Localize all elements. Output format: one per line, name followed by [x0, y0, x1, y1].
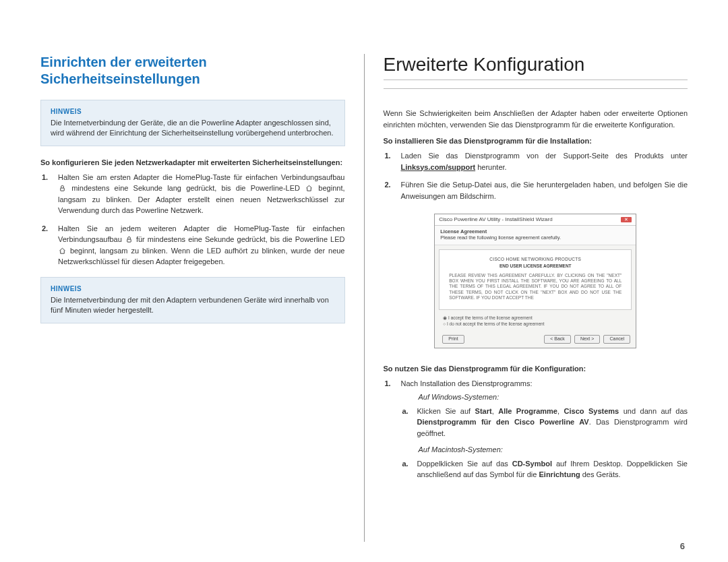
win-substep-a: a. Klicken Sie auf Start, Alle Programme… — [401, 406, 688, 439]
column-divider — [364, 54, 365, 542]
right-column: Erweiterte Konfiguration Wenn Sie Schwie… — [384, 54, 688, 542]
install-step-2: 2. Führen Sie die Setup-Datei aus, die S… — [384, 179, 688, 201]
window-title: Cisco Powerline AV Utility - InstallShie… — [439, 216, 552, 223]
intro-text: Wenn Sie Schwierigkeiten beim Anschließe… — [384, 108, 688, 130]
lock-icon — [59, 185, 66, 192]
mac-substep-a: a. Doppelklicken Sie auf das CD-Symbol a… — [401, 458, 688, 480]
install-step-1: 1. Laden Sie das Dienstprogramm von der … — [384, 150, 688, 173]
config-lead: So konfigurieren Sie jeden Netzwerkadapt… — [40, 158, 345, 166]
close-icon: ✕ — [621, 217, 632, 222]
house-icon — [305, 185, 313, 192]
use-steps: 1. Nach Installation des Dienstprogramms… — [384, 378, 688, 480]
install-steps: 1. Laden Sie das Dienstprogramm von der … — [384, 150, 688, 201]
note-box-2: HINWEIS Die Internetverbindung der mit d… — [40, 277, 345, 323]
note-box-1: HINWEIS Die Internetverbindung der Gerät… — [40, 100, 345, 146]
support-link[interactable]: Linksys.com/support — [401, 163, 476, 171]
eula-heading-2: END USER LICENSE AGREEMENT — [449, 263, 621, 269]
note-body: Die Internetverbindung der mit den Adapt… — [51, 295, 335, 316]
section-rule — [384, 88, 688, 89]
note-title: HINWEIS — [51, 107, 335, 117]
cancel-button: Cancel — [603, 335, 630, 343]
print-button: Print — [442, 335, 464, 343]
step-2: 2. Halten Sie an jedem weiteren Adapter … — [40, 223, 345, 268]
dialog-subtitle: License Agreement — [440, 228, 630, 235]
page-number: 6 — [680, 541, 685, 551]
back-button: < Back — [544, 335, 571, 343]
left-heading: Einrichten der erweiterten Sicherheitsei… — [40, 54, 345, 88]
note-body: Die Internetverbindung der Geräte, die a… — [51, 118, 335, 139]
radio-accept: ◉ I accept the terms of the license agre… — [443, 315, 629, 321]
radio-decline: ○ I do not accept the terms of the licen… — [443, 321, 629, 327]
note-title: HINWEIS — [51, 284, 335, 294]
windows-label: Auf Windows-Systemen: — [419, 392, 688, 403]
eula-heading-1: CISCO HOME NETWORKING PRODUCTS — [449, 257, 621, 262]
house-icon — [59, 247, 66, 255]
left-column: Einrichten der erweiterten Sicherheitsei… — [40, 54, 345, 542]
mac-label: Auf Macintosh-Systemen: — [419, 444, 688, 456]
config-steps: 1. Halten Sie am ersten Adapter die Home… — [40, 172, 345, 268]
installer-screenshot: Cisco Powerline AV Utility - InstallShie… — [434, 214, 636, 348]
use-lead: So nutzen Sie das Dienstprogramm für die… — [384, 365, 688, 373]
lock-icon — [125, 236, 133, 243]
dialog-subdesc: Please read the following license agreem… — [440, 235, 630, 241]
svg-rect-1 — [127, 239, 131, 242]
eula-body: PLEASE REVIEW THIS AGREEMENT CAREFULLY. … — [449, 273, 621, 301]
svg-rect-0 — [61, 188, 65, 191]
next-button: Next > — [574, 335, 600, 343]
right-heading: Erweiterte Konfiguration — [384, 54, 688, 80]
use-step-1: 1. Nach Installation des Dienstprogramms… — [384, 378, 688, 480]
step-1: 1. Halten Sie am ersten Adapter die Home… — [40, 172, 345, 216]
install-lead: So installieren Sie das Dienstprogramm f… — [384, 137, 688, 145]
